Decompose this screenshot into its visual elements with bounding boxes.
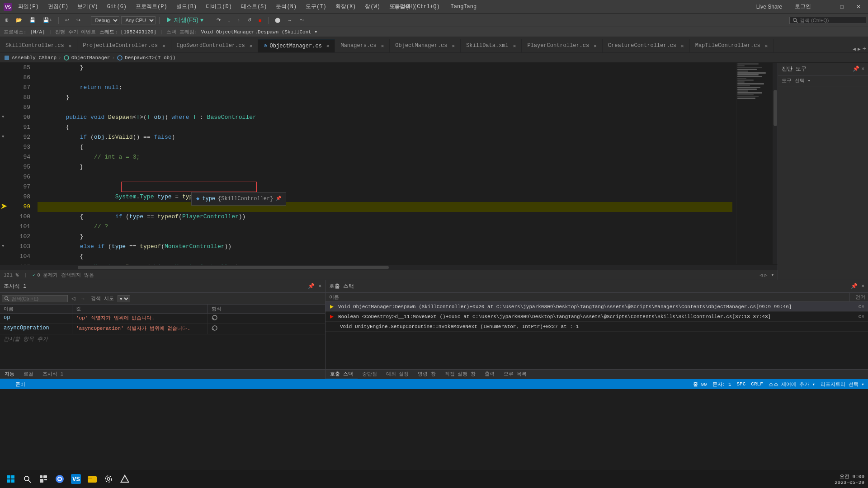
collapse-icon-103[interactable]: ▼ [2,244,4,249]
callstack-row-0[interactable]: Void ObjectManager:Despawn (SkillControl… [326,302,868,312]
hscrollbar-thumb[interactable] [78,266,389,269]
breakpoint-button[interactable]: ⬤ [272,16,283,24]
new-file-button[interactable]: ⊕ [2,16,11,24]
refresh-icon-op[interactable] [212,314,218,321]
tab-close-icon[interactable]: ✕ [381,43,384,49]
vscode-taskbar-btn[interactable]: VS [69,472,83,486]
chrome-taskbar-btn[interactable] [52,472,67,486]
menu-window[interactable]: 창(W) [362,2,383,11]
undo-button[interactable]: ↩ [62,16,72,24]
tab-skillcontroller[interactable]: SkillController.cs ✕ [0,39,77,52]
save-button[interactable]: 💾 [27,16,38,24]
tooltip-pin-icon[interactable]: 📌 [276,194,281,204]
tab-errorlist[interactable]: 오류 목록 [499,370,531,379]
taskview-button[interactable] [36,472,51,486]
tab-immediate[interactable]: 직접 실행 창 [440,370,480,379]
step-into-button[interactable]: ↓ [225,17,233,24]
tab-breakpoints[interactable]: 중단점 [358,370,382,379]
watch-nav-arrow[interactable]: → [79,295,87,302]
tab-scroll-right[interactable]: ▶ [858,46,861,52]
collapse-icon-92[interactable]: ▼ [2,135,4,139]
tab-close-icon[interactable]: ✕ [513,43,516,49]
tab-close-icon[interactable]: ✕ [594,43,597,49]
vertical-scrollbar[interactable] [772,63,778,264]
callstack-row-1[interactable]: Boolean <CoDestroy>d__11:MoveNext ()+0x5… [326,312,868,322]
tab-managers[interactable]: Managers.cs ✕ [335,39,390,52]
search-taskbar-button[interactable] [20,472,34,486]
horizontal-scrollbar[interactable] [0,264,778,270]
diag-close-icon[interactable]: ✕ [861,66,864,72]
tab-close-icon[interactable]: ✕ [162,43,165,49]
tab-close-icon[interactable]: ✕ [452,43,455,49]
menu-debug[interactable]: 디버그(D) [203,2,235,11]
tab-command[interactable]: 명령 창 [413,370,440,379]
tab-scroll-left[interactable]: ◀ [853,46,856,52]
menu-tools[interactable]: 도구(T) [303,2,329,11]
platform-select[interactable]: Any CPU [121,16,156,24]
tab-close-icon[interactable]: ✕ [250,43,253,49]
refresh-icon-asyncop[interactable] [212,325,218,331]
editor-container[interactable]: ▼ ▼ ⮞ ▼ [0,63,778,280]
tab-auto[interactable]: 자동 [0,370,19,379]
menu-git[interactable]: Git(G) [104,3,129,11]
tab-skilldata[interactable]: SkillData.xml ✕ [461,39,522,52]
show-next-statement-button[interactable]: → [285,17,295,24]
collapse-icon-90[interactable]: ▼ [2,115,4,119]
live-share-button[interactable]: Live Share [753,3,786,11]
extra-taskbar-btn[interactable] [101,472,116,486]
watch-close-icon[interactable]: ✕ [318,283,321,290]
save-all-button[interactable]: 💾+ [40,16,55,24]
callstack-close-icon[interactable]: ✕ [861,283,864,290]
menu-file[interactable]: 파일(F) [15,2,42,11]
tab-exsettings[interactable]: 예외 설정 [382,370,414,379]
maximize-button[interactable]: □ [837,3,847,11]
stop-button[interactable]: ■ [256,17,264,24]
tab-watch1[interactable]: 조사식 1 [38,370,68,379]
tab-close-icon[interactable]: ✕ [69,43,72,49]
menu-analyze[interactable]: 분석(N) [273,2,299,11]
tab-creaturecontroller[interactable]: CreatureController.cs ✕ [603,39,690,52]
watch-nav-prev[interactable]: ◁ [70,295,77,302]
tab-callstack[interactable]: 호출 스택 [326,370,358,379]
watch-pin-icon[interactable]: 📌 [308,283,315,290]
close-button[interactable]: ✕ [853,3,864,11]
step-over-button[interactable]: ↷ [214,16,223,24]
nav-next-icon[interactable]: ▷ [764,272,768,278]
restart-button[interactable]: ↺ [245,16,254,24]
watch-add-row[interactable]: 감시할 항목 추가 [0,334,325,344]
open-file-button[interactable]: 📂 [13,16,25,24]
callstack-row-2[interactable]: Void UnityEngine.SetupCoroutine:InvokeMo… [326,322,868,332]
start-button[interactable] [4,472,18,486]
redo-button[interactable]: ↪ [74,16,83,24]
unity-taskbar-btn[interactable] [118,472,132,486]
tab-projectilecontroller[interactable]: ProjectileController.cs ✕ [77,39,171,52]
tab-playercontroller[interactable]: PlayerController.cs ✕ [522,39,602,52]
tab-objectmanager-active[interactable]: ⊙ ObjectManager.cs ✕ [258,39,335,52]
run-to-cursor-button[interactable]: ⤳ [297,16,307,24]
debug-mode-select[interactable]: Debug [91,16,119,24]
global-search-input[interactable] [800,18,863,23]
tab-close-icon[interactable]: ✕ [681,43,684,49]
login-button[interactable]: 로그인 [791,2,815,11]
repo-btn[interactable]: 리포지토리 선택 ▾ [821,381,864,388]
nav-prev-icon[interactable]: ◁ [760,272,763,278]
tab-close-icon[interactable]: ✕ [765,43,768,49]
menu-view[interactable]: 보기(V) [75,2,101,11]
filter-icon[interactable]: ▾ [771,272,774,278]
tab-output[interactable]: 출력 [480,370,499,379]
watch-search-input[interactable] [11,296,66,301]
tab-local[interactable]: 로컬 [19,370,38,379]
source-control-btn[interactable]: 소스 제어에 추가 ▾ [769,381,815,388]
menu-edit[interactable]: 편집(E) [45,2,71,11]
explorer-taskbar-btn[interactable] [85,472,99,486]
start-debug-button[interactable]: ▶ 재생(F5) ▾ [163,15,206,25]
menu-project[interactable]: 프로젝트(P) [133,2,170,11]
diag-pin-icon[interactable]: 📌 [853,66,859,72]
step-out-button[interactable]: ↑ [235,17,243,24]
tab-close-icon[interactable]: ✕ [326,43,330,49]
scrollbar-thumb[interactable] [774,90,777,126]
menu-test[interactable]: 테스트(S) [238,2,270,11]
watch-row-asyncop[interactable]: asyncOperation 'asyncOperation' 식별자가 범위에… [0,324,325,334]
tab-objectmanager2[interactable]: ObjectManager.cs ✕ [390,39,461,52]
tab-maptilecontroller[interactable]: MapTileController.cs ✕ [690,39,774,52]
